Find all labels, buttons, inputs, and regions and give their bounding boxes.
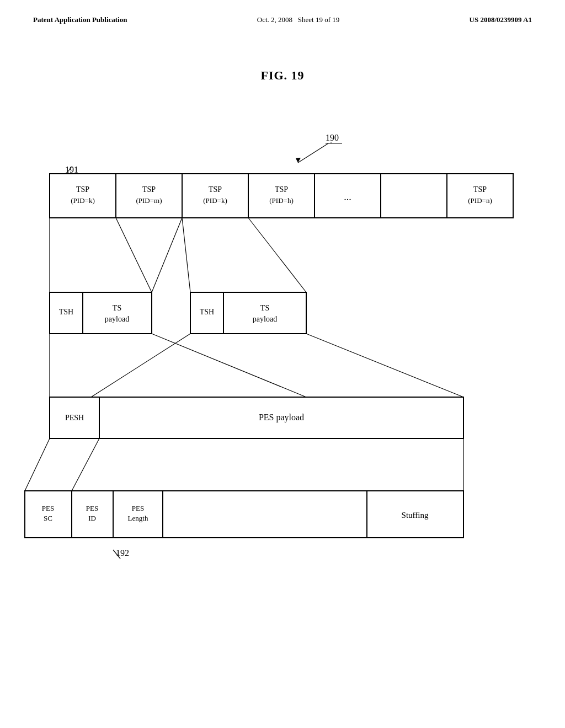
figure-title: FIG. 19 [0, 68, 565, 83]
patent-number-label: US 2008/0239909 A1 [470, 15, 532, 24]
svg-text:TS: TS [113, 304, 121, 312]
connect-line-3 [116, 218, 152, 292]
tsp-cell-1 [50, 174, 116, 218]
svg-text:(PID=k): (PID=k) [71, 196, 94, 205]
svg-text:(PID=n): (PID=n) [468, 196, 492, 205]
svg-text:SC: SC [44, 514, 52, 522]
svg-text:PESH: PESH [65, 414, 84, 422]
svg-text:PES: PES [86, 504, 98, 512]
svg-text:(PID=k): (PID=k) [203, 196, 227, 205]
svg-text:payload: payload [253, 315, 277, 323]
svg-text:Length: Length [128, 514, 148, 522]
svg-text:TSP: TSP [142, 185, 156, 194]
svg-text:TSH: TSH [200, 308, 214, 316]
connect-ts-pes-right-2 [306, 334, 463, 397]
tsp-cell-6 [447, 174, 513, 218]
connect-pes-pesh-3 [72, 438, 99, 491]
connect-line-4 [182, 218, 190, 292]
svg-text:PES: PES [132, 504, 144, 512]
pes-middle-cell [163, 491, 367, 538]
svg-text:TSP: TSP [473, 185, 487, 194]
svg-text:TS: TS [260, 304, 269, 312]
tsp-cell-3 [182, 174, 248, 218]
diagram-svg: 190 191 TSP (PID=k) TSP (PID=m) TSP (PID… [0, 88, 565, 695]
svg-text:(PID=m): (PID=m) [136, 196, 162, 205]
arrow-190 [296, 158, 301, 163]
date-label: Oct. 2, 2008 Sheet 19 of 19 [257, 15, 340, 24]
svg-text:ID: ID [88, 514, 96, 522]
connect-pes-pesh-1 [25, 438, 50, 491]
connect-line-2 [152, 218, 182, 292]
diagram-container: 190 191 TSP (PID=k) TSP (PID=m) TSP (PID… [0, 88, 565, 695]
svg-text:TSP: TSP [275, 185, 288, 194]
publication-label: Patent Application Publication [33, 15, 127, 24]
svg-line-2 [298, 143, 328, 163]
svg-text:(PID=h): (PID=h) [269, 196, 293, 205]
label-190: 190 [326, 133, 339, 142]
svg-text:payload: payload [105, 315, 129, 323]
tsp-cell-4 [248, 174, 315, 218]
svg-text:Stuffing: Stuffing [402, 511, 429, 520]
svg-text:PES: PES [42, 504, 54, 512]
svg-text:TSP: TSP [209, 185, 222, 194]
svg-text:PES payload: PES payload [259, 413, 304, 422]
ts-payload-cell-right [223, 292, 306, 334]
svg-text:TSH: TSH [59, 308, 73, 316]
svg-text:TSP: TSP [76, 185, 89, 194]
connect-ts-pes-right-1 [91, 334, 190, 397]
ts-payload-cell-left [83, 292, 152, 334]
tsp-cell-2 [116, 174, 182, 218]
connect-line-5 [248, 218, 306, 292]
svg-text:...: ... [344, 191, 351, 202]
